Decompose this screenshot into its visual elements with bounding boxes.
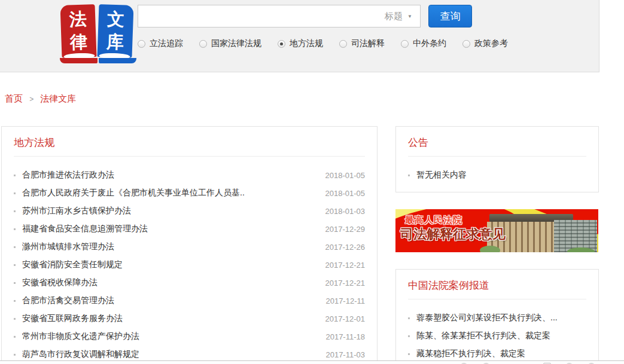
logo-base-left bbox=[60, 58, 98, 63]
law-title-link[interactable]: 福建省食品安全信息追溯管理办法 bbox=[22, 224, 148, 234]
law-title-link[interactable]: 葫芦岛市行政复议调解和解规定 bbox=[22, 349, 139, 360]
law-title-link[interactable]: 合肥市推进依法行政办法 bbox=[22, 170, 114, 181]
bullet-icon bbox=[14, 228, 16, 230]
law-item: 福建省食品安全信息追溯管理办法2017-12-29 bbox=[2, 220, 377, 238]
divider bbox=[14, 156, 365, 157]
law-date: 2017-12-11 bbox=[318, 296, 365, 305]
bullet-icon bbox=[14, 192, 16, 194]
bullet-icon bbox=[14, 210, 16, 212]
law-date: 2017-11-03 bbox=[318, 350, 365, 359]
logo-right-page: 文 库 bbox=[97, 4, 133, 58]
radio-label: 国家法律法规 bbox=[211, 38, 261, 49]
breadcrumb-home-link[interactable]: 首页 bbox=[5, 93, 23, 103]
law-item: 常州市非物质文化遗产保护办法2017-11-18 bbox=[2, 328, 377, 345]
bullet-icon bbox=[14, 175, 16, 176]
law-title-link[interactable]: 苏州市江南水乡古镇保护办法 bbox=[22, 206, 131, 216]
radio-中外条约[interactable]: 中外条约 bbox=[401, 38, 446, 49]
bullet-icon bbox=[408, 175, 410, 176]
law-date: 2018-01-05 bbox=[318, 171, 366, 180]
case-item: 蓉泰塑胶公司刘某设拒不执行判决、... bbox=[396, 309, 598, 327]
law-title-link[interactable]: 常州市非物质文化遗产保护办法 bbox=[22, 331, 139, 342]
breadcrumb-current-link[interactable]: 法律文库 bbox=[40, 93, 76, 103]
case-title-link[interactable]: 藏某稳拒不执行判决、裁定案 bbox=[416, 348, 525, 359]
search-input[interactable] bbox=[138, 5, 377, 27]
law-item: 安徽省互联网政务服务办法2017-12-01 bbox=[2, 310, 377, 328]
bullet-icon bbox=[14, 264, 16, 266]
law-item: 滁州市城镇排水管理办法2017-12-26 bbox=[2, 238, 377, 256]
law-date: 2017-12-01 bbox=[318, 314, 366, 323]
law-date: 2017-12-21 bbox=[318, 279, 366, 287]
breadcrumb: 首页 > 法律文库 bbox=[5, 93, 76, 105]
law-title-link[interactable]: 合肥市活禽交易管理办法 bbox=[22, 295, 114, 306]
page: 法 律 文 库 标题 ▼ 查询 立法追踪国家法律法规地方法规司法解释中外条约政策… bbox=[0, 0, 624, 364]
site-logo[interactable]: 法 律 文 库 bbox=[60, 4, 138, 68]
law-date: 2018-01-05 bbox=[318, 189, 366, 198]
banner-line1: 最高人民法院 bbox=[405, 215, 462, 226]
law-title-link[interactable]: 滁州市城镇排水管理办法 bbox=[22, 241, 114, 252]
case-title-link[interactable]: 陈某、徐某某拒不执行判决、裁定案 bbox=[416, 331, 550, 341]
bullet-icon bbox=[14, 282, 16, 284]
divider bbox=[408, 156, 586, 157]
bullet-icon bbox=[14, 300, 16, 302]
search-field-value: 标题 bbox=[385, 11, 403, 22]
banner-line2: 司法解释征求意见 bbox=[400, 225, 506, 243]
radio-label: 地方法规 bbox=[290, 38, 323, 49]
bullet-icon bbox=[408, 353, 410, 355]
law-title-link[interactable]: 安徽省互联网政务服务办法 bbox=[22, 313, 123, 324]
radio-司法解释[interactable]: 司法解释 bbox=[339, 38, 385, 49]
radio-icon[interactable] bbox=[199, 40, 207, 48]
law-item: 苏州市江南水乡古镇保护办法2018-01-03 bbox=[2, 202, 377, 220]
radio-icon[interactable] bbox=[138, 40, 145, 48]
logo-char: 文 bbox=[107, 8, 125, 32]
radio-icon[interactable] bbox=[339, 40, 347, 48]
bullet-icon bbox=[408, 317, 410, 319]
breadcrumb-separator: > bbox=[29, 95, 34, 103]
court-cases-panel: 中国法院案例报道 蓉泰塑胶公司刘某设拒不执行判决、...陈某、徐某某拒不执行判决… bbox=[395, 269, 599, 364]
law-item: 安徽省税收保障办法2017-12-21 bbox=[2, 274, 377, 292]
radio-label: 立法追踪 bbox=[150, 38, 183, 49]
radio-国家法律法规[interactable]: 国家法律法规 bbox=[199, 38, 261, 49]
notice-empty-text: 暂无相关内容 bbox=[416, 170, 467, 181]
radio-label: 中外条约 bbox=[413, 38, 446, 49]
law-date: 2018-01-03 bbox=[318, 207, 366, 216]
radio-label: 司法解释 bbox=[351, 38, 385, 49]
law-date: 2017-12-21 bbox=[318, 261, 366, 270]
search-field-dropdown[interactable]: 标题 ▼ bbox=[377, 5, 420, 27]
case-title-link[interactable]: 蓉泰塑胶公司刘某设拒不执行判决、... bbox=[416, 313, 558, 323]
law-title-link[interactable]: 安徽省税收保障办法 bbox=[22, 277, 98, 288]
radio-label: 政策参考 bbox=[474, 38, 508, 49]
radio-icon[interactable] bbox=[462, 40, 470, 48]
logo-char: 法 bbox=[69, 8, 87, 32]
law-date: 2017-12-26 bbox=[318, 243, 366, 252]
radio-立法追踪[interactable]: 立法追踪 bbox=[138, 38, 183, 49]
bullet-icon bbox=[14, 336, 16, 338]
local-regulations-panel: 地方法规 合肥市推进依法行政办法2018-01-05合肥市人民政府关于废止《合肥… bbox=[1, 126, 378, 364]
notice-empty-item: 暂无相关内容 bbox=[396, 166, 598, 184]
notice-list: 暂无相关内容 bbox=[396, 166, 598, 184]
logo-base-right bbox=[99, 58, 136, 63]
law-title-link[interactable]: 合肥市人民政府关于废止《合肥市机关事业单位工作人员基.. bbox=[22, 188, 245, 198]
radio-icon[interactable] bbox=[401, 40, 409, 48]
law-title-link[interactable]: 安徽省消防安全责任制规定 bbox=[22, 259, 123, 270]
law-item: 安徽省消防安全责任制规定2017-12-21 bbox=[2, 256, 377, 274]
court-opinion-banner[interactable]: 最高人民法院 司法解释征求意见 bbox=[395, 209, 598, 252]
panel-title-notice: 公告 bbox=[396, 127, 598, 149]
law-date: 2017-12-29 bbox=[318, 225, 366, 234]
law-date: 2017-11-18 bbox=[318, 332, 365, 341]
bullet-icon bbox=[408, 335, 410, 337]
case-item: 陈某、徐某某拒不执行判决、裁定案 bbox=[396, 327, 598, 345]
law-item: 合肥市推进依法行政办法2018-01-05 bbox=[2, 166, 377, 184]
law-item: 合肥市活禽交易管理办法2017-12-11 bbox=[2, 292, 377, 310]
site-header: 法 律 文 库 标题 ▼ 查询 立法追踪国家法律法规地方法规司法解释中外条约政策… bbox=[0, 0, 599, 72]
radio-icon[interactable] bbox=[278, 40, 285, 48]
logo-char: 库 bbox=[106, 30, 124, 54]
bullet-icon bbox=[14, 246, 16, 248]
bullet-icon bbox=[14, 354, 16, 356]
radio-政策参考[interactable]: 政策参考 bbox=[462, 38, 508, 49]
bullet-icon bbox=[14, 318, 16, 320]
panel-title-cases: 中国法院案例报道 bbox=[396, 270, 598, 292]
search-button[interactable]: 查询 bbox=[428, 5, 472, 27]
bottom-toolbar: ▶抢前排◉会员直播热热点资讯⇩下载▦ bbox=[0, 360, 624, 364]
panel-title-local-regulations: 地方法规 bbox=[2, 127, 377, 149]
radio-地方法规[interactable]: 地方法规 bbox=[278, 38, 323, 49]
